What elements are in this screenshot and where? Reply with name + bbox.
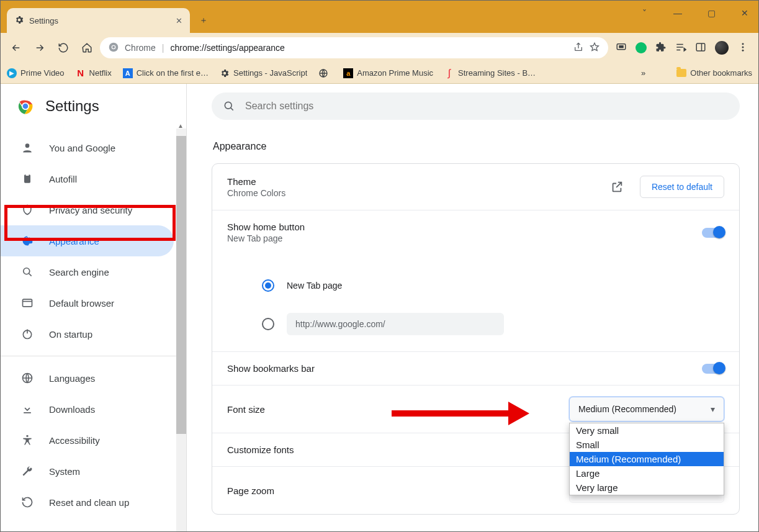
cast-icon[interactable] [616, 42, 627, 55]
omnibox-url: chrome://settings/appearance [170, 43, 284, 53]
close-window-icon[interactable]: ✕ [735, 8, 755, 18]
chrome-logo-icon [17, 97, 34, 115]
omnibox-chip: Chrome [125, 43, 156, 53]
sidebar-item-accessibility[interactable]: Accessibility [1, 425, 174, 456]
bookmark-amazon-music[interactable]: aAmazon Prime Music [343, 68, 433, 78]
home-option-url[interactable]: http://www.google.com/ [227, 308, 724, 340]
caret-down-icon: ▾ [711, 404, 715, 414]
home-option-newtab[interactable]: New Tab page [227, 274, 724, 297]
toolbar-icons [611, 41, 753, 55]
settings-sidebar: Settings You and Google Autofill Privacy… [1, 84, 187, 531]
svg-rect-4 [619, 45, 624, 48]
sidebar-item-appearance[interactable]: Appearance [1, 225, 174, 256]
gear-icon [14, 15, 24, 27]
svg-point-14 [25, 143, 30, 148]
browser-tab[interactable]: Settings ✕ [7, 8, 190, 33]
browser-icon [20, 297, 34, 309]
gear-icon [220, 68, 230, 78]
shield-icon [20, 204, 34, 216]
sidebar-item-on-startup[interactable]: On startup [1, 318, 174, 349]
accessibility-icon [20, 434, 34, 446]
svg-point-8 [742, 49, 744, 51]
svg-point-12 [23, 104, 28, 109]
svg-rect-15 [24, 174, 30, 183]
tab-strip: Settings ✕ ＋ ˅ ― ▢ ✕ [1, 1, 758, 33]
bookmark-settings-js[interactable]: Settings - JavaScript [220, 68, 307, 78]
sidebar-item-downloads[interactable]: Downloads [1, 394, 174, 425]
font-option[interactable]: Small [570, 438, 724, 452]
search-icon [223, 100, 235, 112]
globe-icon [318, 68, 328, 78]
chevron-down-icon[interactable]: ˅ [634, 8, 654, 18]
bookmark-globe[interactable] [318, 68, 332, 78]
sidebar-item-reset[interactable]: Reset and clean up [1, 487, 174, 518]
playlist-icon[interactable] [675, 42, 686, 55]
new-tab-button[interactable]: ＋ [194, 11, 213, 30]
clipboard-icon [20, 173, 34, 185]
font-option[interactable]: Very small [570, 423, 724, 438]
font-size-select[interactable]: Medium (Recommended) ▾ [569, 397, 724, 422]
maximize-icon[interactable]: ▢ [701, 8, 721, 18]
toolbar: Chrome | chrome://settings/appearance [1, 33, 758, 63]
sidebar-item-languages[interactable]: Languages [1, 363, 174, 394]
window-controls: ˅ ― ▢ ✕ [634, 1, 755, 25]
download-icon [20, 403, 34, 415]
sidebar-scrollbar[interactable]: ▲ [176, 128, 186, 531]
bookmarks-bar: ▶Prime Video NNetflix AClick on the firs… [1, 63, 758, 84]
share-icon[interactable] [573, 42, 583, 54]
grammarly-icon[interactable] [635, 42, 647, 53]
svg-point-21 [26, 435, 28, 437]
sidebar-item-default-browser[interactable]: Default browser [1, 287, 174, 318]
profile-avatar[interactable] [715, 41, 729, 55]
sidebar-item-privacy[interactable]: Privacy and security [1, 194, 174, 225]
reset-theme-button[interactable]: Reset to default [640, 176, 724, 198]
power-icon [20, 328, 34, 340]
sidebar-item-autofill[interactable]: Autofill [1, 163, 174, 194]
omnibox[interactable]: Chrome | chrome://settings/appearance [100, 37, 608, 58]
sidebar-item-you-and-google[interactable]: You and Google [1, 132, 174, 163]
menu-icon[interactable] [737, 42, 748, 55]
tab-title: Settings [29, 16, 171, 25]
home-button[interactable] [76, 37, 97, 58]
sidebar-item-search-engine[interactable]: Search engine [1, 256, 174, 287]
svg-rect-5 [696, 43, 705, 51]
folder-icon [676, 69, 686, 77]
bookmarks-overflow[interactable]: » [641, 68, 645, 78]
reload-button[interactable] [53, 37, 74, 58]
back-button[interactable] [6, 37, 27, 58]
radio-unchecked-icon[interactable] [262, 318, 274, 330]
svg-point-17 [24, 268, 30, 274]
bookmark-netflix[interactable]: NNetflix [76, 68, 112, 78]
minimize-icon[interactable]: ― [668, 8, 688, 18]
search-input[interactable] [244, 100, 729, 112]
font-option[interactable]: Medium (Recommended) [570, 452, 724, 466]
bookmark-prime-video[interactable]: ▶Prime Video [7, 68, 65, 78]
close-tab-icon[interactable]: ✕ [176, 16, 182, 25]
svg-point-7 [742, 46, 744, 48]
svg-rect-16 [26, 174, 29, 176]
settings-main: Appearance Theme Chrome Colors Reset to … [187, 84, 758, 531]
home-url-input[interactable]: http://www.google.com/ [287, 313, 504, 335]
font-option[interactable]: Very large [570, 480, 724, 495]
star-icon[interactable] [590, 42, 600, 54]
palette-icon [20, 235, 34, 247]
font-size-row: Font size Medium (Recommended) ▾ Very sm… [212, 385, 739, 433]
font-size-options: Very small Small Medium (Recommended) La… [569, 423, 724, 495]
radio-checked-icon[interactable] [262, 279, 274, 292]
other-bookmarks[interactable]: Other bookmarks [676, 68, 752, 78]
svg-rect-18 [23, 299, 32, 307]
font-option[interactable]: Large [570, 466, 724, 480]
sidebar-item-system[interactable]: System [1, 456, 174, 487]
show-bookmarks-row: Show bookmarks bar [212, 351, 739, 385]
bookmarks-bar-toggle[interactable] [702, 364, 724, 374]
forward-button[interactable] [29, 37, 50, 58]
search-settings[interactable] [212, 92, 740, 120]
bookmark-streaming[interactable]: ∫Streaming Sites - B… [444, 68, 536, 78]
home-button-toggle[interactable] [702, 228, 724, 238]
sidepanel-icon[interactable] [695, 42, 706, 55]
theme-row[interactable]: Theme Chrome Colors Reset to default [212, 164, 739, 210]
extensions-icon[interactable] [655, 42, 667, 55]
bookmark-click-first[interactable]: AClick on the first e… [123, 68, 209, 78]
settings-title: Settings [45, 97, 99, 115]
open-external-icon[interactable] [605, 175, 629, 199]
